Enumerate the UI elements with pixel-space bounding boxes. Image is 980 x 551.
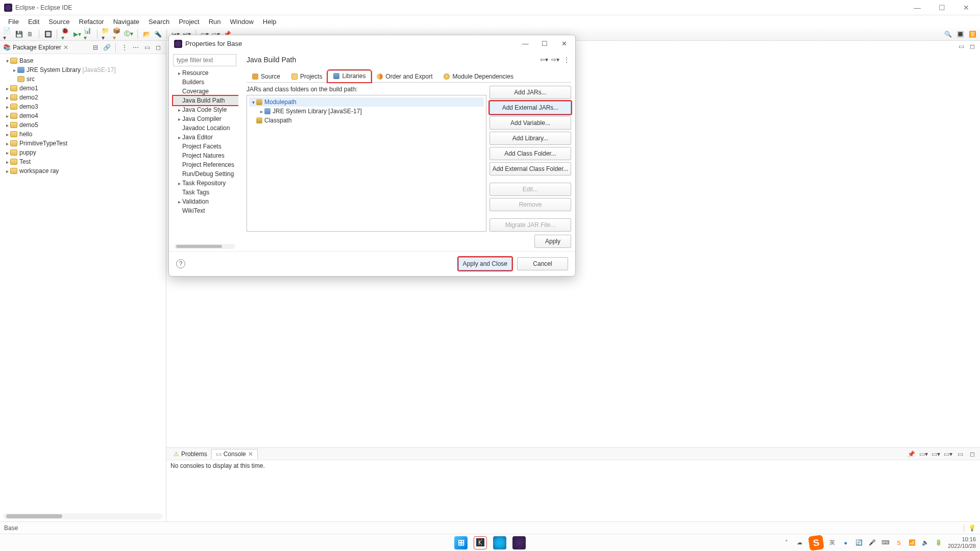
apply-button[interactable]: Apply (534, 235, 571, 248)
menu-help[interactable]: Help (259, 17, 281, 27)
expand-icon[interactable]: ▾ (250, 99, 256, 105)
menu-edit[interactable]: Edit (24, 17, 43, 27)
settings-item-task-tags[interactable]: Task Tags (173, 188, 238, 197)
build-node[interactable]: Classpath (249, 116, 484, 125)
system-clock[interactable]: 10:16 2022/10/28 (948, 536, 976, 548)
expand-icon[interactable]: ▸ (4, 104, 10, 110)
build-path-tree[interactable]: ▾Modulepath▸JRE System Library [JavaSE-1… (247, 95, 486, 232)
new-package-icon[interactable]: 📦▾ (113, 30, 122, 39)
tab-module-dependencies[interactable]: Module Dependencies (438, 71, 519, 82)
settings-item-java-editor[interactable]: ▸Java Editor (173, 133, 238, 142)
expand-icon[interactable] (176, 126, 182, 131)
dialog-title-bar[interactable]: Properties for Base ― ☐ ✕ (169, 35, 575, 52)
expand-icon[interactable] (176, 190, 182, 195)
tray-chevron-icon[interactable]: ˄ (782, 539, 791, 547)
expand-icon[interactable]: ▸ (176, 181, 182, 186)
tray-icon[interactable]: ● (842, 539, 850, 547)
project-node[interactable]: ▸puppy (2, 148, 165, 157)
link-editor-icon[interactable]: 🔗 (102, 43, 111, 52)
expand-icon[interactable] (176, 171, 182, 177)
menu-search[interactable]: Search (144, 17, 174, 27)
maximize-view-icon[interactable]: ◻ (154, 43, 163, 52)
expand-icon[interactable]: ▸ (11, 67, 17, 73)
settings-item-validation[interactable]: ▸Validation (173, 197, 238, 206)
project-node[interactable]: ▸demo1 (2, 84, 165, 93)
expand-icon[interactable]: ▸ (4, 122, 10, 128)
menu-file[interactable]: File (4, 17, 23, 27)
project-node[interactable]: ▸demo4 (2, 111, 165, 120)
add-library-button[interactable]: Add Library... (489, 132, 571, 145)
settings-item-java-code-style[interactable]: ▸Java Code Style (173, 105, 238, 114)
expand-icon[interactable]: ▾ (4, 58, 10, 64)
add-jars-button[interactable]: Add JARs... (489, 86, 571, 99)
expand-icon[interactable] (176, 208, 182, 214)
onedrive-icon[interactable]: ☁ (796, 539, 804, 547)
wifi-icon[interactable]: 📶 (908, 539, 916, 547)
build-node[interactable]: ▸JRE System Library [JavaSE-17] (249, 107, 484, 116)
add-external-jars-button[interactable]: Add External JARs... (489, 101, 571, 114)
dialog-close-button[interactable]: ✕ (558, 40, 570, 47)
dialog-maximize-button[interactable]: ☐ (538, 40, 551, 47)
maximize-view-icon[interactable]: ◻ (968, 449, 977, 459)
cancel-button[interactable]: Cancel (517, 257, 568, 270)
java-perspective-icon[interactable]: 🈺 (968, 30, 977, 39)
expand-icon[interactable]: ▸ (258, 109, 264, 114)
open-perspective-icon[interactable]: 🔳 (955, 30, 965, 39)
new-class-icon[interactable]: Ⓒ▾ (124, 30, 133, 39)
settings-item-task-repository[interactable]: ▸Task Repository (173, 179, 238, 188)
new-console-icon[interactable]: ▭▾ (943, 449, 952, 459)
help-icon[interactable]: ? (176, 259, 185, 268)
expand-icon[interactable]: ▸ (4, 168, 10, 174)
src-node[interactable]: src (2, 74, 165, 84)
menu-source[interactable]: Source (44, 17, 74, 27)
project-node[interactable]: ▾ Base (2, 56, 165, 65)
collapse-all-icon[interactable]: ⊟ (91, 43, 100, 52)
minimize-view-icon[interactable]: ▭ (142, 43, 152, 52)
tip-icon[interactable]: 💡 (968, 524, 976, 532)
forward-icon[interactable]: ⇨▾ (551, 55, 560, 64)
project-node[interactable]: ▸hello (2, 130, 165, 139)
maximize-view-icon[interactable]: ◻ (968, 42, 977, 51)
project-node[interactable]: ▸Test (2, 157, 165, 166)
jre-library-node[interactable]: ▸ JRE System Library [JavaSE-17] (2, 65, 165, 74)
open-task-icon[interactable]: 📂 (142, 30, 151, 39)
expand-icon[interactable]: ▸ (4, 113, 10, 119)
open-type-icon[interactable]: 🔲 (43, 30, 53, 39)
coverage-icon[interactable]: 📊▾ (84, 30, 93, 39)
volume-icon[interactable]: 🔈 (921, 539, 929, 547)
settings-item-builders[interactable]: Builders (173, 78, 238, 87)
maximize-button[interactable]: ☐ (935, 4, 948, 12)
start-icon[interactable]: ⊞ (454, 536, 468, 549)
settings-item-wikitext[interactable]: WikiText (173, 206, 238, 215)
save-all-icon[interactable]: 🗎 (26, 30, 35, 39)
tab-projects[interactable]: Projects (286, 71, 328, 82)
build-node[interactable]: ▾Modulepath (249, 97, 484, 107)
menu-project[interactable]: Project (175, 17, 203, 27)
settings-item-java-compiler[interactable]: ▸Java Compiler (173, 114, 238, 123)
view-menu-icon[interactable]: ⋯ (131, 43, 140, 52)
search-toolbar-icon[interactable]: 🔦 (153, 30, 162, 39)
add-class-folder-button[interactable]: Add Class Folder... (489, 147, 571, 160)
expand-icon[interactable]: ▸ (176, 116, 182, 122)
settings-item-resource[interactable]: ▸Resource (173, 68, 238, 78)
edge-icon[interactable]: 🌐 (493, 536, 506, 549)
tab-libraries[interactable]: Libraries (328, 70, 371, 82)
settings-item-java-build-path[interactable]: Java Build Path (173, 96, 238, 105)
expand-icon[interactable]: ▸ (4, 141, 10, 146)
settings-item-project-facets[interactable]: Project Facets (173, 142, 238, 151)
horizontal-scrollbar[interactable] (3, 513, 163, 519)
tab-problems[interactable]: ⚠ Problems (169, 449, 211, 459)
settings-item-coverage[interactable]: Coverage (173, 87, 238, 96)
close-button[interactable]: ✕ (960, 4, 973, 12)
pin-console-icon[interactable]: 📌 (906, 449, 916, 459)
settings-item-javadoc-location[interactable]: Javadoc Location (173, 123, 238, 133)
minimize-view-icon[interactable]: ▭ (955, 449, 965, 459)
run-icon[interactable]: ▶▾ (72, 30, 82, 39)
project-node[interactable]: ▸demo2 (2, 93, 165, 102)
settings-item-run-debug-setting[interactable]: Run/Debug Setting (173, 169, 238, 179)
expand-icon[interactable] (250, 118, 256, 123)
view-close-icon[interactable]: ✕ (63, 44, 68, 51)
settings-item-project-natures[interactable]: Project Natures (173, 151, 238, 160)
display-console-icon[interactable]: ▭▾ (919, 449, 928, 459)
dialog-minimize-button[interactable]: ― (519, 40, 531, 47)
